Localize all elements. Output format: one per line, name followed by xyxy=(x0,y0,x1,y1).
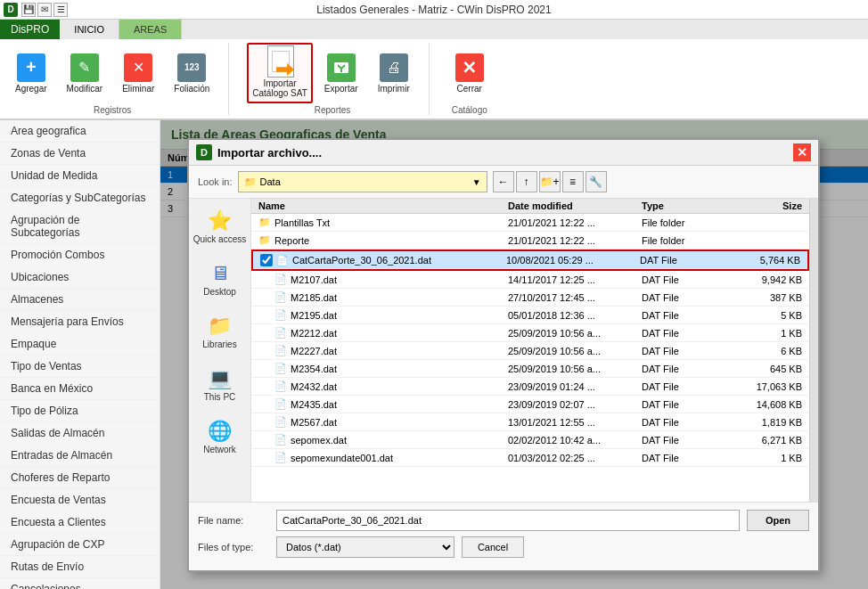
file-row[interactable]: 📄 M2185.dat 27/10/2017 12:45 ... DAT Fil… xyxy=(251,289,809,307)
agregar-button[interactable]: + Agregar xyxy=(7,49,55,98)
sidebar-item-area-geografica[interactable]: Area geografica xyxy=(0,120,160,143)
col-name: Name xyxy=(258,200,508,211)
sidebar-item-promocion[interactable]: Promoción Combos xyxy=(0,244,160,266)
sidebar-libraries[interactable]: 📁 Libraries xyxy=(199,311,240,353)
file-list-header: Name Date modified Type Size xyxy=(251,199,809,214)
exportar-icon xyxy=(327,53,356,82)
file-checkbox[interactable] xyxy=(260,254,273,266)
sidebar-item-empaque[interactable]: Empaque xyxy=(0,333,160,356)
sidebar-item-ubicaciones[interactable]: Ubicaciones xyxy=(0,266,160,289)
dat-file-icon: 📄 xyxy=(274,291,287,303)
sidebar-item-salidas[interactable]: Salidas de Almacén xyxy=(0,422,160,445)
open-button[interactable]: Open xyxy=(747,510,809,531)
dat-file-icon: 📄 xyxy=(274,452,287,463)
dat-file-icon: 📄 xyxy=(274,380,287,392)
sidebar-item-agrupacion-cxp[interactable]: Agrupación de CXP xyxy=(0,534,160,556)
sidebar-item-tipo-ventas[interactable]: Tipo de Ventas xyxy=(0,356,160,378)
sidebar-item-almacenes[interactable]: Almacenes xyxy=(0,289,160,311)
files-of-type-label: Files of type: xyxy=(198,542,269,552)
look-in-select[interactable]: 📁 Data ▼ xyxy=(238,171,487,192)
file-row[interactable]: 📄 M2354.dat 25/09/2019 10:56 a... DAT Fi… xyxy=(251,360,809,378)
sidebar-item-encuesta-clientes[interactable]: Encuesta a Clientes xyxy=(0,511,160,534)
window-title: Listados Generales - Matriz - CWin DisPR… xyxy=(316,4,551,16)
quick-access-label: Quick access xyxy=(193,234,246,244)
dat-file-icon: 📄 xyxy=(274,345,287,356)
cerrar-button[interactable]: ✕ Cerrar xyxy=(447,49,492,98)
file-row[interactable]: 📄 M2107.dat 14/11/2017 12:25 ... DAT Fil… xyxy=(251,271,809,289)
nav-up-button[interactable]: ↑ xyxy=(516,171,537,192)
desktop-icon: 🖥 xyxy=(210,262,230,285)
sidebar-item-rutas[interactable]: Rutas de Envío xyxy=(0,556,160,578)
sidebar-item-entradas[interactable]: Entradas de Almacén xyxy=(0,445,160,467)
file-row[interactable]: 📄 M2227.dat 25/09/2019 10:56 a... DAT Fi… xyxy=(251,342,809,360)
sidebar-item-categorias[interactable]: Categorías y SubCategorías xyxy=(0,187,160,209)
dialog-app-icon: D xyxy=(196,144,212,160)
eliminar-button[interactable]: ✕ Eliminar xyxy=(114,49,162,98)
nav-tools-button[interactable]: 🔧 xyxy=(585,171,607,192)
col-type: Type xyxy=(642,200,731,211)
this-pc-label: This PC xyxy=(204,392,236,402)
sidebar-item-agrupacion-sub[interactable]: Agrupación de Subcategorías xyxy=(0,209,160,244)
main-layout: Area geografica Zonas de Venta Unidad de… xyxy=(0,120,868,589)
file-row[interactable]: 📁 Reporte 21/01/2021 12:22 ... File fold… xyxy=(251,232,809,250)
dat-file-icon: 📄 xyxy=(274,416,287,428)
file-row[interactable]: 📄 M2435.dat 23/09/2019 02:07 ... DAT Fil… xyxy=(251,396,809,413)
sidebar-desktop[interactable]: 🖥 Desktop xyxy=(200,258,240,300)
imprimir-button[interactable]: 🖨 Imprimir xyxy=(370,49,418,98)
file-row[interactable]: 📄 M2432.dat 23/09/2019 01:24 ... DAT Fil… xyxy=(251,378,809,396)
sidebar-item-tipo-poliza[interactable]: Tipo de Póliza xyxy=(0,400,160,422)
nav-back-button[interactable]: ← xyxy=(493,171,514,192)
file-row[interactable]: 📄 M2195.dat 05/01/2018 12:36 ... DAT Fil… xyxy=(251,307,809,324)
libraries-label: Libraries xyxy=(202,339,236,349)
sidebar-network[interactable]: 🌐 Network xyxy=(200,416,240,458)
dat-file-icon: 📄 xyxy=(274,434,287,446)
file-row[interactable]: 📄 sepomexundate001.dat 01/03/2012 02:25 … xyxy=(251,449,809,467)
sidebar-item-unidad-medida[interactable]: Unidad de Medida xyxy=(0,165,160,187)
foliacion-button[interactable]: 123 Foliación xyxy=(166,49,217,98)
dialog-sidebar: ⭐ Quick access 🖥 Desktop 📁 Libraries 💻 T… xyxy=(189,199,251,502)
files-of-type-select[interactable]: Datos (*.dat) xyxy=(276,536,454,558)
file-row[interactable]: 📄 M2567.dat 13/01/2021 12:55 ... DAT Fil… xyxy=(251,413,809,431)
scrollbar[interactable] xyxy=(809,199,818,502)
sidebar-item-choferes[interactable]: Choferes de Reparto xyxy=(0,467,160,489)
sidebar-item-banca[interactable]: Banca en México xyxy=(0,378,160,400)
eliminar-label: Eliminar xyxy=(122,84,154,94)
file-row[interactable]: 📁 Plantillas Txt 21/01/2021 12:22 ... Fi… xyxy=(251,214,809,232)
sidebar-this-pc[interactable]: 💻 This PC xyxy=(201,364,240,405)
ribbon-group-catalogo: ✕ Cerrar Catálogo xyxy=(447,43,503,115)
mail-icon[interactable]: ✉ xyxy=(37,3,52,17)
tab-inicio[interactable]: INICIO xyxy=(60,20,119,39)
file-row-selected[interactable]: 📄 CatCartaPorte_30_06_2021.dat 10/08/202… xyxy=(251,250,809,271)
ribbon-buttons-reportes: ImportarCatálogo SAT Exportar 🖨 Imprimir xyxy=(247,43,417,103)
col-date: Date modified xyxy=(508,200,642,211)
importar-label: ImportarCatálogo SAT xyxy=(252,78,307,98)
file-row[interactable]: 📄 M2212.dat 25/09/2019 10:56 a... DAT Fi… xyxy=(251,324,809,342)
tab-dispro[interactable]: DisPRO xyxy=(0,20,60,39)
sidebar-item-zonas-venta[interactable]: Zonas de Venta xyxy=(0,143,160,165)
ribbon-group-registros: + Agregar ✎ Modificar ✕ Eliminar 123 xyxy=(7,43,229,115)
exportar-button[interactable]: Exportar xyxy=(316,49,366,98)
ribbon-buttons-registros: + Agregar ✎ Modificar ✕ Eliminar 123 xyxy=(7,43,217,103)
cancel-button[interactable]: Cancel xyxy=(462,536,524,558)
sidebar-item-cancelaciones[interactable]: Cancelaciones xyxy=(0,578,160,589)
agregar-icon: + xyxy=(17,53,45,82)
nav-view-button[interactable]: ≡ xyxy=(562,171,584,192)
cerrar-icon: ✕ xyxy=(455,53,484,82)
sidebar-item-mensajeria[interactable]: Mensajería para Envíos xyxy=(0,311,160,333)
importar-button[interactable]: ImportarCatálogo SAT xyxy=(247,43,313,103)
modificar-icon: ✎ xyxy=(70,53,99,82)
filename-input[interactable] xyxy=(276,510,740,531)
file-row[interactable]: 📄 sepomex.dat 02/02/2012 10:42 a... DAT … xyxy=(251,431,809,449)
imprimir-icon: 🖨 xyxy=(380,53,408,82)
file-list: Name Date modified Type Size 📁 Plantilla… xyxy=(251,199,809,502)
col-size: Size xyxy=(731,200,802,211)
sidebar-quick-access[interactable]: ⭐ Quick access xyxy=(190,206,250,248)
modificar-button[interactable]: ✎ Modificar xyxy=(59,49,111,98)
tab-areas[interactable]: AREAS xyxy=(119,20,182,39)
save-icon[interactable]: 💾 xyxy=(21,3,36,17)
sidebar-item-encuesta-ventas[interactable]: Encuesta de Ventas xyxy=(0,489,160,511)
nav-new-folder-button[interactable]: 📁+ xyxy=(539,171,561,192)
imprimir-label: Imprimir xyxy=(378,84,410,94)
menu-icon[interactable]: ☰ xyxy=(53,3,68,17)
dialog-close-button[interactable]: ✕ xyxy=(793,143,811,161)
